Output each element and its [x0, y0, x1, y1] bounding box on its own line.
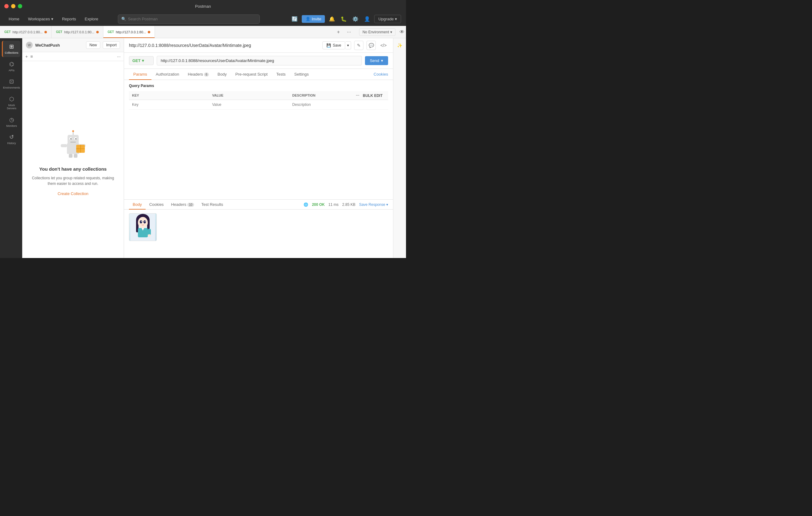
svg-rect-9 [61, 144, 67, 147]
minimize-button[interactable] [11, 4, 16, 8]
tab-tests[interactable]: Tests [272, 69, 290, 80]
environment-selector[interactable]: No Environment ▾ [359, 28, 396, 36]
tab-bar-actions: + ··· [331, 26, 356, 38]
search-bar[interactable]: 🔍 Search Postman [118, 15, 260, 24]
params-table: KEY VALUE DESCRIPTION ··· Bulk Edit [129, 91, 388, 110]
import-button[interactable]: Import [103, 41, 120, 49]
cookies-link[interactable]: Cookies [374, 72, 388, 77]
bulk-edit-button[interactable]: Bulk Edit [360, 92, 385, 99]
nav-workspaces[interactable]: Workspaces ▾ [24, 15, 57, 23]
param-value-input[interactable] [212, 103, 286, 107]
filter-icon[interactable]: ≡ [30, 54, 33, 59]
sidebar-icons: ⊞ Collections ⌬ APIs ⊡ Environments ⬡ Mo… [0, 38, 22, 258]
tab-url-3: http://127.0.0.1:80... [116, 30, 146, 34]
overflow-icon[interactable]: ··· [117, 54, 121, 59]
code-icon-btn[interactable]: </> [379, 41, 388, 50]
tab-item-3[interactable]: GET http://127.0.0.1:80... [103, 26, 155, 38]
close-button[interactable] [4, 4, 9, 8]
new-tab-button[interactable]: + [335, 28, 343, 36]
sidebar-item-monitors[interactable]: ◷ Monitors [2, 114, 20, 130]
history-icon: ↺ [9, 134, 14, 140]
tab-method-1: GET [4, 30, 11, 34]
sidebar-item-history[interactable]: ↺ History [2, 131, 20, 147]
response-tabs: Body Cookies Headers 10 Test Results 🌐 2… [124, 200, 393, 209]
edit-icon-btn[interactable]: ✎ [354, 41, 364, 50]
resp-tab-cookies[interactable]: Cookies [146, 200, 168, 209]
param-desc-input[interactable] [292, 103, 385, 107]
tab-body[interactable]: Body [213, 69, 231, 80]
environment-view-btn[interactable]: 👁 [398, 28, 406, 36]
profile-icon-btn[interactable]: 👤 [362, 15, 372, 24]
nav-explore[interactable]: Explore [81, 15, 102, 23]
sidebar-item-environments[interactable]: ⊡ Environments [2, 76, 20, 92]
tab-headers[interactable]: Headers 6 [183, 69, 213, 80]
sidebar-item-collections[interactable]: ⊞ Collections [2, 41, 20, 57]
svg-point-7 [75, 138, 77, 140]
url-input[interactable] [157, 56, 362, 65]
request-header: http://127.0.0.1:8088/resources/UserData… [124, 38, 393, 53]
top-navigation: Home Workspaces ▾ Reports Explore 🔍 Sear… [0, 12, 406, 26]
method-selector[interactable]: GET ▾ [129, 56, 154, 65]
settings-icon-btn[interactable]: ⚙️ [351, 15, 360, 24]
save-dropdown-button[interactable]: ▾ [345, 41, 351, 49]
tab-authorization[interactable]: Authorization [151, 69, 183, 80]
tab-dot-2 [96, 31, 99, 33]
tab-pre-request[interactable]: Pre-request Script [231, 69, 272, 80]
anime-figure-svg [130, 213, 155, 241]
tab-url-2: http://127.0.0.1:80... [64, 30, 94, 34]
new-button[interactable]: New [86, 41, 100, 49]
tab-method-2: GET [56, 30, 62, 34]
panel-header: W WeChatPush New Import [22, 38, 124, 52]
save-button[interactable]: 💾 Save [322, 41, 345, 49]
status-ok: 200 OK [312, 202, 324, 207]
resp-tab-body[interactable]: Body [129, 200, 146, 209]
tab-dot-1 [45, 31, 47, 33]
sidebar-item-apis[interactable]: ⌬ APIs [2, 58, 20, 75]
create-collection-link[interactable]: Create Collection [58, 191, 89, 196]
chevron-down-icon: ▾ [142, 58, 144, 63]
tab-item-1[interactable]: GET http://127.0.0.1:80... [0, 26, 52, 38]
comment-icon-btn[interactable]: 💬 [367, 41, 376, 50]
invite-button[interactable]: 👤 Invite [302, 15, 325, 23]
tab-url-1: http://127.0.0.1:80... [13, 30, 43, 34]
add-collection-icon[interactable]: + [25, 54, 28, 59]
notification-bell-btn[interactable]: 🔔 [327, 15, 337, 24]
save-icon: 💾 [326, 43, 331, 48]
svg-point-24 [145, 221, 146, 222]
nav-reports[interactable]: Reports [58, 15, 80, 23]
nav-home[interactable]: Home [5, 15, 23, 23]
tab-params[interactable]: Params [129, 69, 151, 80]
upgrade-button[interactable]: Upgrade ▾ [374, 15, 401, 23]
response-area: Body Cookies Headers 10 Test Results 🌐 2… [124, 199, 393, 258]
tab-dot-3 [148, 31, 150, 33]
svg-point-3 [72, 130, 74, 132]
tab-settings[interactable]: Settings [290, 69, 313, 80]
sidebar-item-mock-servers[interactable]: ⬡ Mock Servers [2, 93, 20, 113]
resp-tab-test-results[interactable]: Test Results [198, 200, 227, 209]
magic-wand-btn[interactable]: ✨ [395, 41, 404, 50]
table-overflow-btn[interactable]: ··· [356, 93, 359, 98]
param-key-input[interactable] [132, 103, 206, 107]
right-sidebar: ✨ [393, 38, 406, 258]
globe-icon: 🌐 [303, 202, 308, 207]
tab-overflow-button[interactable]: ··· [345, 28, 353, 36]
query-params-section: Query Params KEY VALUE DESCRIPTION ··· B… [124, 80, 393, 199]
panel-toolbar: + ≡ ··· [22, 52, 124, 61]
tab-item-2[interactable]: GET http://127.0.0.1:80... [52, 26, 103, 38]
resp-tab-headers[interactable]: Headers 10 [168, 200, 198, 209]
query-params-title: Query Params [129, 84, 388, 88]
save-response-button[interactable]: Save Response ▾ [359, 202, 388, 207]
maximize-button[interactable] [18, 4, 22, 8]
bug-icon-btn[interactable]: 🐛 [339, 15, 348, 24]
tabs-bar: GET http://127.0.0.1:80... GET http://12… [0, 26, 406, 38]
url-bar: GET ▾ Send ▾ [124, 53, 393, 69]
search-icon: 🔍 [121, 17, 126, 21]
sync-icon-btn[interactable]: 🔄 [290, 15, 299, 24]
environments-icon: ⊡ [9, 78, 14, 85]
send-button[interactable]: Send ▾ [365, 56, 388, 65]
workspace-avatar: W [26, 42, 33, 49]
svg-rect-1 [67, 135, 79, 144]
svg-rect-15 [74, 154, 78, 158]
response-body [124, 209, 393, 258]
svg-point-6 [70, 138, 71, 140]
